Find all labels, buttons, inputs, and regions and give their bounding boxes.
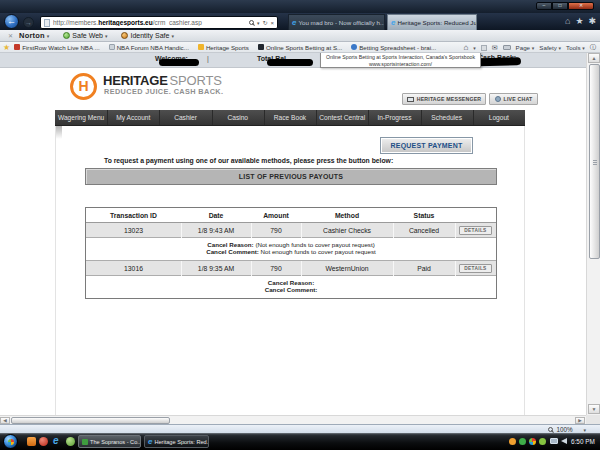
settings-gear-icon[interactable]: ✱ — [588, 16, 596, 27]
favorite-link[interactable]: Heritage Sports — [198, 44, 249, 51]
tab-label: Heritage Sports: Reduced Ju... — [397, 19, 477, 26]
cell-status: Cancelled — [393, 223, 455, 238]
browser-tab-inactive[interactable]: e You mad bro - Now officially h... — [288, 14, 385, 30]
start-button[interactable] — [3, 434, 18, 449]
chevron-down-icon[interactable]: ▾ — [473, 45, 476, 51]
messenger-icon — [407, 97, 414, 102]
nav-in-progress[interactable]: In-Progress — [368, 110, 420, 125]
details-button[interactable]: DETAILS — [459, 264, 492, 273]
nav-logout[interactable]: Logout — [473, 110, 525, 125]
chevron-down-icon: ▾ — [47, 33, 50, 39]
col-header-actions — [455, 208, 496, 223]
request-payment-button[interactable]: REQUEST PAYMENT — [380, 137, 473, 154]
zoom-control[interactable]: 100% ▾ — [548, 426, 586, 433]
taskbar-clock[interactable]: 6:50 PM — [571, 438, 595, 445]
favorites-star-icon[interactable]: ★ — [3, 43, 10, 52]
nav-casino[interactable]: Casino — [212, 110, 264, 125]
site-nav: Wagering Menu My Account Cashier Casino … — [55, 110, 525, 126]
safe-web-menu[interactable]: Safe Web ▾ — [63, 32, 107, 39]
details-button[interactable]: DETAILS — [459, 226, 492, 235]
stop-icon[interactable]: × — [270, 20, 274, 26]
favicon — [109, 44, 115, 50]
tray-icon[interactable] — [539, 438, 546, 445]
scrollbar-thumb[interactable] — [589, 64, 600, 259]
cancel-info: Cancel Reason: (Not enough funds to cove… — [86, 238, 496, 261]
nav-my-account[interactable]: My Account — [107, 110, 159, 125]
tray-icon[interactable] — [509, 438, 516, 445]
identity-safe-icon — [121, 32, 128, 39]
search-icon[interactable] — [249, 20, 254, 25]
norton-menu[interactable]: Norton ▾ — [19, 31, 49, 40]
scroll-up-icon[interactable]: ▲ — [588, 53, 600, 63]
volume-icon[interactable] — [561, 438, 567, 444]
col-header-date: Date — [181, 208, 251, 223]
container-border — [55, 126, 56, 415]
horizontal-scrollbar[interactable]: ◀ ▶ — [0, 415, 586, 424]
forward-icon[interactable]: → — [23, 17, 34, 28]
scroll-down-icon[interactable]: ▼ — [588, 404, 600, 414]
identity-safe-menu[interactable]: Identity Safe ▾ — [121, 32, 173, 39]
col-header-status: Status — [393, 208, 455, 223]
taskbar-button-heritage[interactable]: e Heritage Sports: Red... — [144, 435, 209, 448]
vertical-scrollbar[interactable]: ▲ ▼ — [586, 53, 600, 415]
chevron-down-icon: ▾ — [105, 33, 108, 39]
heritage-logo-icon: H — [70, 73, 97, 100]
tray-icon[interactable] — [529, 438, 536, 445]
favicon — [258, 44, 264, 50]
toolbar-close-icon[interactable]: ✕ — [8, 32, 13, 39]
redaction-box — [267, 59, 313, 66]
feeds-icon[interactable] — [481, 45, 487, 51]
print-icon[interactable] — [503, 45, 511, 50]
ie-tab-icon: e — [292, 19, 296, 27]
help-icon[interactable]: ⓘ — [590, 43, 596, 52]
taskbar-button-sopranos[interactable]: The Sopranos - Co... — [78, 435, 141, 448]
scrollbar-corner — [586, 415, 600, 424]
search-dropdown-icon[interactable]: ▾ — [257, 20, 260, 26]
nav-cashier[interactable]: Cashier — [159, 110, 211, 125]
chevron-down-icon: ▾ — [171, 33, 174, 39]
quick-launch-icon[interactable] — [27, 437, 36, 446]
quick-launch-icon[interactable] — [66, 437, 75, 446]
cell-amount: 790 — [251, 261, 301, 276]
home-icon[interactable]: ⌂ — [565, 16, 570, 27]
chevron-down-icon: ▾ — [583, 427, 586, 433]
refresh-icon[interactable]: ↻ — [262, 19, 267, 26]
scroll-right-icon[interactable]: ▶ — [575, 417, 585, 424]
safety-menu[interactable]: Safety ▾ — [539, 44, 561, 51]
heritage-messenger-button[interactable]: HERITAGE MESSENGER — [402, 93, 486, 105]
nav-contest-central[interactable]: Contest Central — [316, 110, 368, 125]
favicon — [198, 44, 204, 50]
close-button[interactable]: ✕ — [568, 2, 594, 10]
browser-tab-active[interactable]: e Heritage Sports: Reduced Ju... ✕ — [387, 14, 477, 30]
minimize-button[interactable]: – — [536, 2, 552, 10]
cell-date: 1/8 9:43 AM — [181, 223, 251, 238]
cell-method: WesternUnion — [301, 261, 393, 276]
back-icon[interactable]: ← — [4, 14, 19, 29]
favorite-link[interactable]: Online Sports Betting at S... — [258, 44, 342, 51]
tray-icon[interactable] — [519, 438, 526, 445]
favorite-link[interactable]: Betting Spreadsheet - brai... — [351, 44, 436, 51]
favorite-link[interactable]: FirstRow Watch Live NBA ... — [14, 44, 99, 51]
screen: – □ ✕ ← → http://members.heritagesports.… — [0, 0, 600, 450]
scrollbar-thumb[interactable] — [11, 417, 170, 424]
home-icon[interactable]: ⌂ — [463, 43, 468, 52]
scroll-left-icon[interactable]: ◀ — [0, 417, 10, 424]
live-chat-button[interactable]: LIVE CHAT — [489, 93, 538, 105]
address-bar[interactable]: http://members.heritagesports.eu/crm_cas… — [40, 16, 278, 29]
network-icon[interactable] — [550, 438, 558, 444]
quick-launch-icon[interactable] — [39, 437, 48, 446]
nav-race-book[interactable]: Race Book — [264, 110, 316, 125]
favorites-star-icon[interactable]: ★ — [575, 16, 583, 27]
url-text[interactable]: http://members.heritagesports.eu/crm_cas… — [53, 19, 249, 26]
favorite-link[interactable]: NBA Forum NBA Handic... — [109, 44, 189, 51]
nav-schedules[interactable]: Schedules — [421, 110, 473, 125]
mail-icon[interactable]: ✉ — [492, 44, 498, 52]
page-menu[interactable]: Page ▾ — [516, 44, 535, 51]
site-title: HERITAGESPORTS — [103, 73, 222, 88]
tooltip-url: www.sportsinteraction.com/ — [321, 61, 480, 68]
maximize-button[interactable]: □ — [552, 2, 568, 10]
nav-wagering-menu[interactable]: Wagering Menu — [55, 110, 107, 125]
favicon — [14, 44, 20, 50]
tools-menu[interactable]: Tools ▾ — [566, 44, 585, 51]
internet-explorer-icon[interactable]: e — [53, 435, 59, 446]
